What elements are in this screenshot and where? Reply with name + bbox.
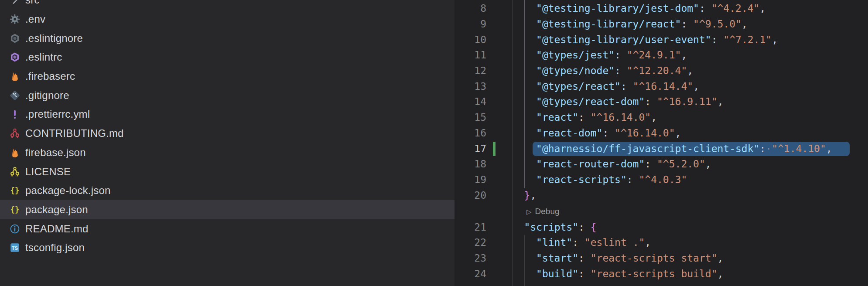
- code-line-15[interactable]: 15"react": "^16.14.0",: [455, 110, 868, 126]
- code-line-9[interactable]: 9"@testing-library/react": "^9.5.0",: [455, 17, 868, 32]
- ts-icon: TS: [9, 242, 21, 253]
- code-line-13[interactable]: 13"@types/react": "^16.14.4",: [455, 79, 868, 95]
- line-number: 12: [455, 63, 486, 79]
- file-name: tsconfig.json: [25, 238, 85, 257]
- file-name: LICENSE: [25, 162, 71, 181]
- code-text: "scripts": {: [524, 220, 597, 235]
- prettier-icon: [9, 109, 21, 120]
- code-line-23[interactable]: 23"start": "react-scripts start",: [455, 251, 868, 266]
- git-added-indicator: [493, 142, 496, 157]
- braces-icon: {}: [9, 185, 21, 196]
- file-name: .eslintignore: [25, 29, 83, 48]
- keys-icon: [9, 128, 21, 139]
- line-number: 21: [455, 220, 486, 235]
- code-line-20[interactable]: 20},: [455, 188, 868, 204]
- git-icon: [9, 90, 21, 101]
- line-number: 20: [455, 188, 486, 204]
- code-line-10[interactable]: 10"@testing-library/user-event": "^7.2.1…: [455, 32, 868, 48]
- firebase-icon: [9, 71, 21, 82]
- file-name: .eslintrc: [25, 48, 62, 67]
- line-number: 11: [455, 48, 486, 63]
- line-number: 18: [455, 157, 486, 172]
- sidebar-item-eslintrc[interactable]: .eslintrc: [0, 48, 455, 67]
- chevron-right-icon: [9, 0, 21, 6]
- sidebar-item-env[interactable]: .env: [0, 10, 455, 29]
- codelens-debug-link[interactable]: ▷Debug: [526, 203, 560, 219]
- line-number: 13: [455, 79, 486, 95]
- code-line-16[interactable]: 16"react-dom": "^16.14.0",: [455, 126, 868, 141]
- line-number: 23: [455, 251, 486, 266]
- sidebar-item-gitignore[interactable]: .gitignore: [0, 86, 455, 105]
- sidebar-item-license[interactable]: LICENSE: [0, 162, 455, 181]
- code-text: "lint": "eslint .",: [536, 235, 651, 251]
- line-number: 16: [455, 126, 486, 141]
- code-line-17[interactable]: 17"@harnessio/ff-javascript-client-sdk":…: [455, 141, 868, 157]
- sidebar-item-firebase-json[interactable]: firebase.json: [0, 143, 455, 162]
- file-name: src: [25, 0, 40, 10]
- line-number: 10: [455, 32, 486, 48]
- code-line-12[interactable]: 12"@types/node": "^12.20.4",: [455, 63, 868, 79]
- gear-icon: [9, 14, 21, 25]
- code-line-19[interactable]: 19"react-scripts": "^4.0.3": [455, 172, 868, 188]
- sidebar-item-readme-md[interactable]: README.md: [0, 219, 455, 238]
- line-number: 24: [455, 266, 486, 282]
- code-text: "@types/react": "^16.14.4",: [536, 79, 699, 95]
- code-line-22[interactable]: 22"lint": "eslint .",: [455, 235, 868, 251]
- file-name: CONTRIBUTING.md: [25, 124, 124, 143]
- sidebar-item-tsconfig-json[interactable]: TStsconfig.json: [0, 238, 455, 257]
- file-name: .env: [25, 10, 45, 29]
- code-text: "@types/jest": "^24.9.1",: [536, 48, 687, 63]
- play-outline-icon: ▷: [526, 208, 532, 215]
- keys-icon: [9, 166, 21, 177]
- code-text: "start": "react-scripts start",: [536, 251, 723, 266]
- code-text: "build": "react-scripts build",: [536, 266, 723, 282]
- codelens-label: Debug: [535, 207, 560, 216]
- code-text: "react-scripts": "^4.0.3": [536, 172, 687, 188]
- code-line-18[interactable]: 18"react-router-dom": "^5.2.0",: [455, 157, 868, 172]
- info-icon: [9, 223, 21, 235]
- line-number: 17: [455, 141, 486, 157]
- eslint-icon: [9, 33, 21, 44]
- line-number: 22: [455, 235, 486, 251]
- code-text: "react-dom": "^16.14.0",: [536, 126, 681, 141]
- code-text: "@testing-library/jest-dom": "^4.2.4",: [536, 1, 765, 17]
- sidebar-item-eslintignore[interactable]: .eslintignore: [0, 29, 455, 48]
- svg-text:{}: {}: [10, 205, 20, 214]
- file-name: .firebaserc: [25, 67, 75, 86]
- code-line-21[interactable]: 21"scripts": {: [455, 220, 868, 235]
- code-text: "react-router-dom": "^5.2.0",: [536, 157, 711, 172]
- code-text: "@types/node": "^12.20.4",: [536, 63, 693, 79]
- file-name: package-lock.json: [25, 181, 111, 200]
- file-name: .prettierrc.yml: [25, 105, 90, 124]
- sidebar-item-prettierrc-yml[interactable]: .prettierrc.yml: [0, 105, 455, 124]
- code-line-11[interactable]: 11"@types/jest": "^24.9.1",: [455, 48, 868, 63]
- code-text: "@testing-library/react": "^9.5.0",: [536, 17, 748, 32]
- sidebar-item-firebaserc[interactable]: .firebaserc: [0, 67, 455, 86]
- braces-icon: {}: [9, 204, 21, 215]
- code-line-24[interactable]: 24"build": "react-scripts build",: [455, 266, 868, 282]
- file-name: README.md: [25, 219, 89, 238]
- sidebar-item-contributing-md[interactable]: CONTRIBUTING.md: [0, 124, 455, 143]
- code-text: "react": "^16.14.0",: [536, 110, 657, 126]
- code-line-8[interactable]: 8"@testing-library/jest-dom": "^4.2.4",: [455, 1, 868, 17]
- code-text: },: [524, 188, 537, 204]
- eslint-icon: [9, 51, 21, 63]
- sidebar-item-package-lock-json[interactable]: {}package-lock.json: [0, 181, 455, 200]
- code-text: "@types/react-dom": "^16.9.11",: [536, 94, 723, 110]
- code-editor[interactable]: 7"dependencies": {8"@testing-library/jes…: [455, 0, 868, 286]
- sidebar-item-package-json[interactable]: {}package.json: [0, 200, 455, 219]
- line-number: 19: [455, 172, 486, 188]
- line-number: 15: [455, 110, 486, 126]
- file-explorer-sidebar: src.env.eslintignore.eslintrc.firebaserc…: [0, 0, 455, 286]
- file-name: firebase.json: [25, 143, 86, 162]
- file-name: package.json: [25, 200, 88, 219]
- firebase-icon: [9, 147, 21, 158]
- line-number: 9: [455, 17, 486, 32]
- sidebar-item-src[interactable]: src: [0, 0, 455, 10]
- line-number: 8: [455, 1, 486, 17]
- code-line-14[interactable]: 14"@types/react-dom": "^16.9.11",: [455, 94, 868, 110]
- file-name: .gitignore: [25, 86, 69, 105]
- line-number: 14: [455, 94, 486, 110]
- svg-text:{}: {}: [10, 186, 20, 195]
- code-text: "@harnessio/ff-javascript-client-sdk":·"…: [536, 141, 832, 157]
